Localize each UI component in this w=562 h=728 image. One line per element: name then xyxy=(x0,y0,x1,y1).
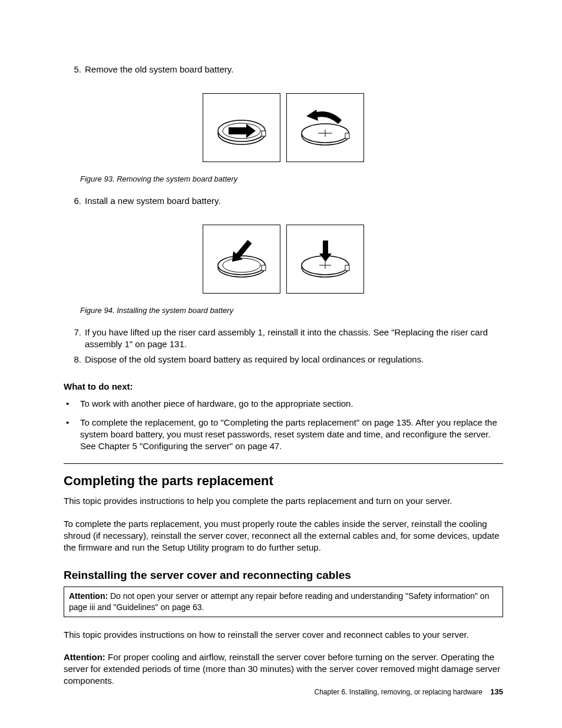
figure-94-caption: Figure 94. Installing the system board b… xyxy=(80,305,503,316)
step-8: 8. Dispose of the old system board batte… xyxy=(64,354,503,365)
paragraph: This topic provides instructions on how … xyxy=(64,629,503,641)
step-number: 7. xyxy=(64,327,85,351)
document-page: 5. Remove the old system board battery. xyxy=(0,0,562,728)
step-6: 6. Install a new system board battery. xyxy=(64,195,503,207)
svg-rect-4 xyxy=(229,127,246,134)
footer-page-number: 135 xyxy=(490,687,503,696)
what-next-list: • To work with another piece of hardware… xyxy=(64,398,503,453)
bullet-text: To work with another piece of hardware, … xyxy=(80,398,503,410)
step-7: 7. If you have lifted up the riser card … xyxy=(64,327,503,351)
ordered-steps-cont2: 7. If you have lifted up the riser card … xyxy=(64,327,503,366)
list-item: • To work with another piece of hardware… xyxy=(64,398,503,410)
attention-label: Attention: xyxy=(69,591,108,601)
attention-text: Do not open your server or attempt any r… xyxy=(69,591,489,612)
figure-93-images xyxy=(64,93,503,162)
step-text: Install a new system board battery. xyxy=(85,195,503,207)
paragraph: This topic provides instructions to help… xyxy=(64,495,503,507)
battery-remove-lift-icon xyxy=(286,93,364,162)
step-text: If you have lifted up the riser card ass… xyxy=(85,327,503,351)
attention-paragraph: Attention: For proper cooling and airflo… xyxy=(64,651,503,687)
svg-rect-3 xyxy=(262,131,266,136)
section-heading-reinstalling: Reinstalling the server cover and reconn… xyxy=(64,568,503,583)
page-footer: Chapter 6. Installing, removing, or repl… xyxy=(314,687,503,697)
svg-rect-22 xyxy=(345,265,349,271)
paragraph: To complete the parts replacement, you m… xyxy=(64,518,503,554)
step-text: Remove the old system board battery. xyxy=(85,64,503,75)
svg-rect-23 xyxy=(323,241,328,255)
what-next-heading: What to do next: xyxy=(64,381,503,393)
attention-text: For proper cooling and airflow, reinstal… xyxy=(64,652,500,686)
section-divider xyxy=(64,463,503,464)
footer-chapter: Chapter 6. Installing, removing, or repl… xyxy=(314,688,482,696)
figure-94-images xyxy=(64,225,503,294)
section-heading-completing: Completing the parts replacement xyxy=(64,472,503,490)
battery-remove-slide-icon xyxy=(203,93,280,162)
step-number: 8. xyxy=(64,354,85,365)
battery-install-press-icon xyxy=(286,225,364,294)
step-number: 6. xyxy=(64,195,85,207)
list-item: • To complete the replacement, go to "Co… xyxy=(64,417,503,453)
svg-rect-15 xyxy=(262,265,266,271)
figure-93-caption: Figure 93. Removing the system board bat… xyxy=(80,174,503,185)
ordered-steps-cont: 6. Install a new system board battery. xyxy=(64,195,503,207)
step-5: 5. Remove the old system board battery. xyxy=(64,64,503,75)
bullet-icon: • xyxy=(64,417,80,453)
step-text: Dispose of the old system board battery … xyxy=(85,354,503,365)
bullet-icon: • xyxy=(64,398,80,410)
attention-box: Attention: Do not open your server or at… xyxy=(64,587,503,617)
step-number: 5. xyxy=(64,64,85,75)
svg-line-16 xyxy=(238,242,250,256)
bullet-text: To complete the replacement, go to "Comp… xyxy=(80,417,503,453)
svg-marker-11 xyxy=(306,110,318,121)
battery-install-angle-icon xyxy=(203,225,280,294)
svg-rect-10 xyxy=(345,133,349,139)
attention-label: Attention: xyxy=(64,652,105,662)
ordered-steps: 5. Remove the old system board battery. xyxy=(64,64,503,75)
